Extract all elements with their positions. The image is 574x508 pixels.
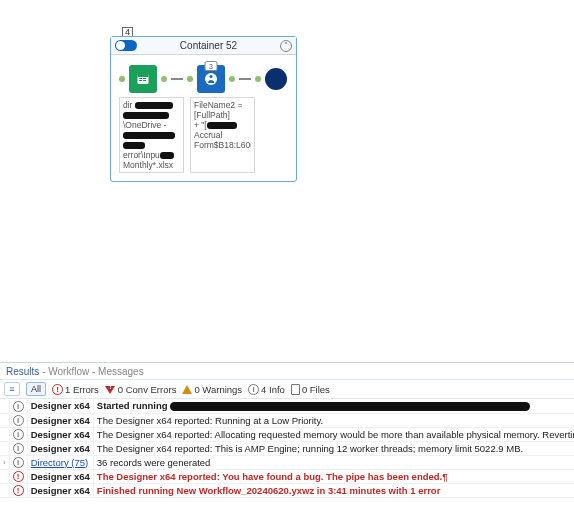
row-status-icon-cell: i — [9, 455, 27, 469]
formula-tool[interactable]: 3 — [197, 65, 225, 93]
container-body: 3 dir \OneDrive - — [111, 55, 296, 181]
svg-rect-1 — [138, 74, 149, 77]
message-row[interactable]: !Designer x64Finished running New Workfl… — [0, 483, 574, 497]
row-expand-arrow[interactable]: › — [0, 455, 9, 469]
message-row[interactable]: iDesigner x64The Designer x64 reported: … — [0, 427, 574, 441]
row-status-icon-cell: ! — [9, 483, 27, 497]
container-52[interactable]: Container 52 ˄ — [110, 36, 297, 182]
message-source: Designer x64 — [27, 427, 93, 441]
info-icon: i — [13, 457, 24, 468]
row-expand-arrow — [0, 413, 9, 427]
formula-tool-annotation[interactable]: FileName2 = [FullPath] + "[ Accrual Form… — [190, 97, 255, 173]
svg-rect-2 — [139, 78, 142, 79]
filter-info[interactable]: i 4 Info — [248, 384, 285, 395]
message-source: Designer x64 — [27, 441, 93, 455]
filter-files[interactable]: 0 Files — [291, 384, 330, 395]
message-text: Started running — [93, 399, 574, 413]
filter-warnings[interactable]: 0 Warnings — [182, 384, 242, 395]
results-view-toggle[interactable]: ≡ — [4, 382, 20, 396]
connection[interactable] — [239, 78, 251, 80]
message-source: Designer x64 — [27, 483, 93, 497]
tool-row: 3 — [119, 65, 288, 93]
conv-error-icon: ! — [105, 384, 116, 395]
row-status-icon-cell: i — [9, 413, 27, 427]
info-icon: i — [13, 443, 24, 454]
results-title-bar: Results - Workflow - Messages — [0, 363, 574, 380]
message-row[interactable]: ›iDirectory (75)36 records were generate… — [0, 455, 574, 469]
connection[interactable] — [171, 78, 183, 80]
info-icon: i — [13, 415, 24, 426]
svg-point-6 — [205, 73, 217, 85]
message-source: Designer x64 — [27, 469, 93, 483]
filter-all-button[interactable]: All — [26, 382, 46, 396]
container-collapse-button[interactable]: ˄ — [280, 40, 292, 52]
row-status-icon-cell: ! — [9, 469, 27, 483]
row-expand-arrow — [0, 427, 9, 441]
message-text: The Designer x64 reported: This is AMP E… — [93, 441, 574, 455]
info-icon: i — [248, 384, 259, 395]
row-status-icon-cell: i — [9, 441, 27, 455]
row-expand-arrow — [0, 441, 9, 455]
message-source: Designer x64 — [27, 413, 93, 427]
error-icon: ! — [52, 384, 63, 395]
anchor-out[interactable] — [229, 76, 235, 82]
container-title: Container 52 — [137, 40, 280, 51]
workflow-canvas[interactable]: 4 Container 52 ˄ — [0, 0, 574, 355]
container-enable-toggle[interactable] — [115, 40, 137, 51]
error-icon: ! — [13, 485, 24, 496]
row-status-icon-cell: i — [9, 427, 27, 441]
svg-rect-5 — [143, 80, 146, 81]
info-icon: i — [13, 401, 24, 412]
directory-tool-annotation[interactable]: dir \OneDrive - error\Inpu Monthly*.xlsx — [119, 97, 184, 173]
message-text: The Designer x64 reported: Running at a … — [93, 413, 574, 427]
row-expand-arrow — [0, 469, 9, 483]
info-icon: i — [13, 429, 24, 440]
results-messages-table: iDesigner x64Started running iDesigner x… — [0, 399, 574, 498]
row-expand-arrow — [0, 483, 9, 497]
message-source[interactable]: Directory (75) — [27, 455, 93, 469]
results-title: Results — [6, 366, 39, 377]
message-text: 36 records were generated — [93, 455, 574, 469]
results-subtitle: - Workflow - Messages — [42, 366, 144, 377]
error-icon: ! — [13, 471, 24, 482]
message-row[interactable]: !Designer x64The Designer x64 reported: … — [0, 469, 574, 483]
message-row[interactable]: iDesigner x64The Designer x64 reported: … — [0, 441, 574, 455]
svg-point-7 — [209, 75, 212, 78]
message-source: Designer x64 — [27, 399, 93, 413]
directory-tool[interactable] — [129, 65, 157, 93]
anchor-in[interactable] — [187, 76, 193, 82]
results-panel: Results - Workflow - Messages ≡ All ! 1 … — [0, 362, 574, 498]
file-icon — [291, 384, 300, 395]
formula-icon — [203, 71, 219, 87]
redacted-text — [170, 402, 530, 411]
dynamic-output[interactable] — [265, 68, 287, 90]
tool-record-badge: 3 — [205, 61, 218, 71]
row-expand-arrow — [0, 399, 9, 413]
svg-rect-4 — [143, 78, 146, 79]
warning-icon — [182, 385, 192, 394]
message-text: Finished running New Workflow_20240620.y… — [93, 483, 574, 497]
message-text: The Designer x64 reported: You have foun… — [93, 469, 574, 483]
message-row[interactable]: iDesigner x64The Designer x64 reported: … — [0, 413, 574, 427]
row-status-icon-cell: i — [9, 399, 27, 413]
filter-errors[interactable]: ! 1 Errors — [52, 384, 99, 395]
filter-conv-errors[interactable]: ! 0 Conv Errors — [105, 384, 177, 395]
anchor-in[interactable] — [255, 76, 261, 82]
directory-icon — [135, 71, 151, 87]
anchor-out[interactable] — [161, 76, 167, 82]
container-header: Container 52 ˄ — [111, 37, 296, 55]
message-text: The Designer x64 reported: Allocating re… — [93, 427, 574, 441]
message-row[interactable]: iDesigner x64Started running — [0, 399, 574, 413]
svg-rect-3 — [139, 80, 142, 81]
results-filter-bar: ≡ All ! 1 Errors ! 0 Conv Errors 0 Warni… — [0, 380, 574, 399]
anchor-in[interactable] — [119, 76, 125, 82]
